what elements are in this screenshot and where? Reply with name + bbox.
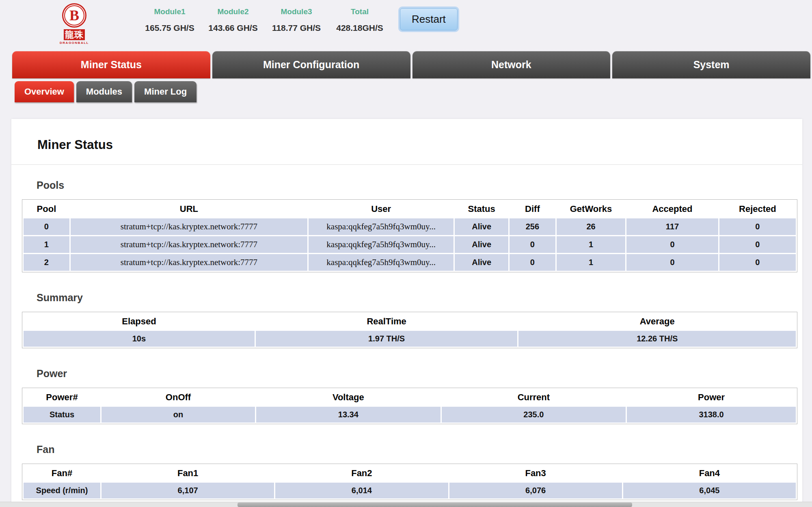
stat-value: 143.66 GH/S [201, 23, 265, 33]
tab-system[interactable]: System [612, 51, 810, 78]
table-row: 0stratum+tcp://kas.kryptex.network:7777k… [24, 218, 796, 235]
table-cell: stratum+tcp://kas.kryptex.network:7777 [71, 236, 307, 253]
title-divider [11, 164, 802, 165]
table-cell: 6,076 [449, 483, 622, 498]
column-header: Average [518, 313, 796, 330]
subtab-overview[interactable]: Overview [15, 81, 74, 102]
table-cell: Speed (r/min) [24, 483, 100, 498]
stat-total: Total 428.18GH/S [328, 7, 391, 33]
logo-letter: B [69, 8, 79, 23]
main-nav-tabs: Miner Status Miner Configuration Network… [12, 51, 810, 78]
column-header: User [309, 201, 454, 217]
stat-label: Module1 [138, 7, 201, 16]
column-header: URL [71, 201, 307, 217]
column-header: Current [442, 389, 626, 406]
table-cell: 10s [24, 331, 255, 347]
section-label-fan: Fan [37, 444, 802, 455]
pools-table-container: PoolURLUserStatusDiffGetWorksAcceptedRej… [22, 199, 797, 272]
table-cell: 0 [626, 254, 718, 271]
column-header: Fan2 [275, 465, 448, 481]
table-header-row: ElapsedRealTimeAverage [24, 313, 796, 330]
column-header: Rejected [719, 201, 796, 217]
table-cell: Alive [455, 218, 508, 235]
logo-ring-icon: B [62, 3, 86, 28]
table-cell: on [102, 407, 255, 423]
table-cell: 117 [626, 218, 718, 235]
brand-logo: B 龍珠 DRAGONBALL [52, 3, 97, 45]
column-header: Pool [24, 201, 69, 217]
table-cell: Status [24, 407, 100, 423]
page-title: Miner Status [37, 138, 802, 152]
table-cell: stratum+tcp://kas.kryptex.network:7777 [71, 254, 307, 271]
fan-table-container: Fan#Fan1Fan2Fan3Fan4Speed (r/min)6,1076,… [22, 464, 797, 500]
section-label-summary: Summary [37, 292, 802, 304]
table-cell: Alive [455, 236, 508, 253]
summary-table-container: ElapsedRealTimeAverage10s1.97 TH/S12.26 … [22, 312, 797, 348]
power-table-container: Power#OnOffVoltageCurrentPowerStatuson13… [22, 388, 797, 424]
table-row: Statuson13.34235.03138.0 [24, 407, 796, 423]
tab-miner-configuration[interactable]: Miner Configuration [212, 51, 410, 78]
table-cell: 1 [557, 236, 625, 253]
column-header: Elapsed [24, 313, 255, 330]
table-cell: 2 [24, 254, 69, 271]
table-cell: 0 [719, 236, 796, 253]
table-cell: 256 [510, 218, 555, 235]
table-cell: 0 [719, 218, 796, 235]
table-cell: 0 [626, 236, 718, 253]
restart-button[interactable]: Restart [400, 8, 458, 30]
table-header-row: Fan#Fan1Fan2Fan3Fan4 [24, 465, 796, 481]
sub-nav-tabs: Overview Modules Miner Log [15, 81, 197, 102]
table-row: 10s1.97 TH/S12.26 TH/S [24, 331, 796, 347]
tab-miner-status[interactable]: Miner Status [12, 51, 210, 78]
column-header: Fan# [24, 465, 100, 481]
column-header: Fan4 [623, 465, 796, 481]
stat-value: 428.18GH/S [328, 23, 391, 33]
stat-value: 165.75 GH/S [138, 23, 201, 33]
column-header: OnOff [102, 389, 255, 406]
hashrate-stats: Module1 165.75 GH/S Module2 143.66 GH/S … [138, 7, 391, 33]
table-cell: Alive [455, 254, 508, 271]
summary-table: ElapsedRealTimeAverage10s1.97 TH/S12.26 … [22, 312, 797, 348]
power-table: Power#OnOffVoltageCurrentPowerStatuson13… [22, 388, 797, 424]
tab-network[interactable]: Network [412, 51, 611, 78]
table-row: 1stratum+tcp://kas.kryptex.network:7777k… [24, 236, 796, 253]
logo-inner-ring: B [64, 5, 84, 26]
table-cell: kaspa:qqkfeg7a5h9fq3wm0uy... [309, 254, 454, 271]
stat-label: Total [328, 7, 391, 16]
table-cell: 1 [557, 254, 625, 271]
table-row: 2stratum+tcp://kas.kryptex.network:7777k… [24, 254, 796, 271]
column-header: Fan1 [102, 465, 274, 481]
table-cell: 3138.0 [627, 407, 796, 423]
column-header: Voltage [256, 389, 441, 406]
table-cell: 6,014 [275, 483, 448, 498]
table-cell: 1 [24, 236, 69, 253]
table-cell: 1.97 TH/S [256, 331, 518, 347]
table-header-row: Power#OnOffVoltageCurrentPower [24, 389, 796, 406]
stat-module1: Module1 165.75 GH/S [138, 7, 201, 33]
table-cell: kaspa:qqkfeg7a5h9fq3wm0uy... [309, 236, 454, 253]
table-cell: 0 [24, 218, 69, 235]
column-header: GetWorks [557, 201, 625, 217]
horizontal-scrollbar-thumb[interactable] [238, 503, 632, 507]
column-header: RealTime [256, 313, 518, 330]
section-label-pools: Pools [37, 179, 802, 191]
stat-module2: Module2 143.66 GH/S [201, 7, 265, 33]
logo-subtitle: DRAGONBALL [52, 41, 97, 45]
table-cell: 12.26 TH/S [518, 331, 796, 347]
fan-table: Fan#Fan1Fan2Fan3Fan4Speed (r/min)6,1076,… [22, 464, 797, 500]
table-cell: 0 [719, 254, 796, 271]
subtab-modules[interactable]: Modules [76, 81, 132, 102]
horizontal-scrollbar[interactable] [0, 502, 812, 507]
content-card: Miner Status Pools PoolURLUserStatusDiff… [11, 119, 802, 507]
table-row: Speed (r/min)6,1076,0146,0766,045 [24, 483, 796, 498]
table-cell: stratum+tcp://kas.kryptex.network:7777 [71, 218, 307, 235]
table-cell: 13.34 [256, 407, 441, 423]
column-header: Power [627, 389, 796, 406]
stat-value: 118.77 GH/S [265, 23, 328, 33]
table-cell: 6,107 [102, 483, 274, 498]
subtab-miner-log[interactable]: Miner Log [134, 81, 197, 102]
stat-label: Module3 [265, 7, 328, 16]
column-header: Accepted [626, 201, 718, 217]
column-header: Power# [24, 389, 100, 406]
column-header: Diff [510, 201, 555, 217]
